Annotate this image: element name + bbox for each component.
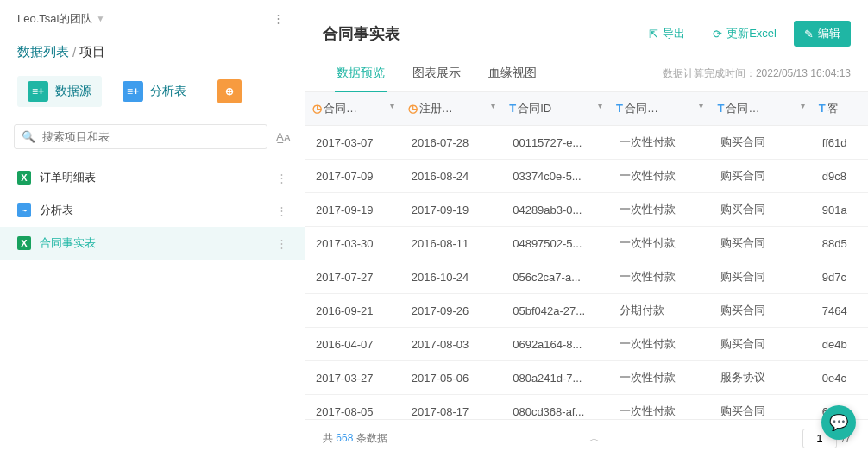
team-selector[interactable]: Leo.Tsai的团队 ▼ [17, 11, 104, 27]
table-cell: 7464 [812, 294, 868, 328]
tab-analysis[interactable]: ≡+ 分析表 [112, 76, 197, 107]
chat-icon: 💬 [829, 413, 848, 432]
table-cell: d9c8 [812, 160, 868, 193]
table-cell: 080a241d-7... [502, 361, 609, 395]
tab-chart-display[interactable]: 图表展示 [399, 55, 475, 91]
main-header: 合同事实表 ⇱ 导出 ⟳ 更新Excel ✎ 编辑 [305, 0, 868, 55]
table-cell: 2016-08-24 [401, 160, 502, 193]
table-cell: 一次性付款 [609, 193, 710, 227]
chevron-down-icon[interactable]: ▾ [598, 101, 602, 110]
breadcrumb-current: 项目 [79, 44, 105, 60]
table-row[interactable]: 2017-07-272016-10-24056c2ca7-a...一次性付款购买… [305, 260, 868, 294]
team-name: Leo.Tsai的团队 [17, 11, 92, 27]
tab-analysis-label: 分析表 [150, 84, 186, 99]
table-cell: ff61d [812, 126, 868, 160]
table-cell: 购买合同 [710, 260, 811, 294]
more-icon[interactable]: ⋮ [276, 204, 287, 217]
main-area: 合同事实表 ⇱ 导出 ⟳ 更新Excel ✎ 编辑 数据预览 图表展示 血缘视图… [305, 0, 868, 457]
table-row[interactable]: 2017-03-302016-08-1104897502-5...一次性付款购买… [305, 227, 868, 260]
list-item[interactable]: X 合同事实表 ⋮ [0, 227, 305, 260]
table-cell: 服务协议 [710, 361, 811, 395]
table-cell: 05bf042a-27... [502, 294, 609, 328]
table-row[interactable]: 2016-04-072017-08-030692a164-8...一次性付款购买… [305, 328, 868, 361]
chat-fab[interactable]: 💬 [821, 405, 856, 440]
table-cell: 购买合同 [710, 126, 811, 160]
column-header[interactable]: T客 [812, 92, 868, 126]
table-cell: 购买合同 [710, 227, 811, 260]
table-cell: 一次性付款 [609, 227, 710, 260]
table-row[interactable]: 2017-03-072016-07-2800115727-e...一次性付款购买… [305, 126, 868, 160]
more-icon[interactable]: ⋮ [276, 237, 287, 250]
list-item[interactable]: X 订单明细表 ⋮ [0, 161, 305, 194]
search-input[interactable] [42, 130, 260, 143]
tab-lineage-view[interactable]: 血缘视图 [475, 55, 550, 91]
breadcrumb-root[interactable]: 数据列表 [17, 44, 69, 60]
column-header[interactable]: T合同…▾ [710, 92, 811, 126]
list-item[interactable]: ~ 分析表 ⋮ [0, 194, 305, 227]
chevron-down-icon[interactable]: ▾ [491, 101, 495, 110]
analysis-icon: ≡+ [123, 81, 143, 102]
table-cell: 03374c0e-5... [502, 160, 609, 193]
table-cell: 2016-08-11 [401, 227, 502, 260]
search-row: 🔍 A̲ᴀ [0, 117, 305, 156]
chevron-down-icon[interactable]: ▾ [801, 101, 805, 110]
more-icon[interactable]: ⋮ [269, 9, 287, 28]
chevron-down-icon: ▼ [96, 14, 104, 23]
chevron-down-icon[interactable]: ▾ [390, 101, 394, 110]
export-label: 导出 [663, 26, 685, 41]
column-header[interactable]: ◷合同…▾ [305, 92, 401, 126]
page-title: 合同事实表 [323, 23, 400, 44]
table-row[interactable]: 2017-07-092016-08-2403374c0e-5...一次性付款购买… [305, 160, 868, 193]
table-cell: 购买合同 [710, 328, 811, 361]
table-cell: 2017-03-30 [305, 227, 401, 260]
tab-other[interactable]: ⊕ [207, 74, 252, 109]
sort-icon[interactable]: A̲ᴀ [276, 130, 291, 143]
timestamp: 2022/05/13 16:04:13 [756, 67, 851, 79]
column-header[interactable]: ◷注册…▾ [401, 92, 502, 126]
breadcrumb: 数据列表 / 项目 [0, 37, 305, 66]
export-button[interactable]: ⇱ 导出 [638, 21, 695, 47]
breadcrumb-divider: / [72, 45, 76, 59]
table-cell: 2017-09-19 [401, 193, 502, 227]
chevron-down-icon[interactable]: ▾ [699, 101, 703, 110]
table-cell: 2017-03-07 [305, 126, 401, 160]
table-cell: 2017-09-19 [305, 193, 401, 227]
tab-datasource[interactable]: ≡+ 数据源 [17, 76, 102, 107]
sidebar: Leo.Tsai的团队 ▼ ⋮ 数据列表 / 项目 ≡+ 数据源 ≡+ 分析表 … [0, 0, 305, 457]
column-header[interactable]: T合同…▾ [609, 92, 710, 126]
expand-up-icon[interactable]: ︿ [589, 431, 600, 446]
file-name: 合同事实表 [40, 235, 96, 251]
export-icon: ⇱ [649, 28, 658, 41]
search-box[interactable]: 🔍 [14, 124, 267, 149]
table-cell: 901a [812, 193, 868, 227]
table-cell: 购买合同 [710, 193, 811, 227]
refresh-excel-button[interactable]: ⟳ 更新Excel [702, 21, 787, 47]
table-cell: 0692a164-8... [502, 328, 609, 361]
table-cell: 2017-07-27 [305, 260, 401, 294]
table-row[interactable]: 2017-09-192017-09-1904289ab3-0...一次性付款购买… [305, 193, 868, 227]
table-cell: 一次性付款 [609, 126, 710, 160]
other-icon: ⊕ [217, 79, 242, 103]
text-type-icon: T [819, 102, 826, 115]
table-row[interactable]: 2016-09-212017-09-2605bf042a-27...分期付款购买… [305, 294, 868, 328]
edit-button[interactable]: ✎ 编辑 [794, 21, 851, 47]
header-actions: ⇱ 导出 ⟳ 更新Excel ✎ 编辑 [638, 21, 851, 47]
file-analysis-icon: ~ [17, 203, 31, 217]
table-cell: 9d7c [812, 260, 868, 294]
table-cell: 分期付款 [609, 294, 710, 328]
column-header[interactable]: T合同ID▾ [502, 92, 609, 126]
table-header-row: ◷合同…▾ ◷注册…▾ T合同ID▾ T合同…▾ T合同…▾ T客 [305, 92, 868, 126]
refresh-label: 更新Excel [726, 26, 777, 41]
table-footer: 共 668 条数据 ︿ /7 [305, 419, 868, 457]
tab-data-preview[interactable]: 数据预览 [323, 55, 399, 91]
table-cell: 2017-05-06 [401, 361, 502, 395]
more-icon[interactable]: ⋮ [276, 172, 287, 185]
text-type-icon: T [616, 102, 623, 115]
table-row[interactable]: 2017-03-272017-05-06080a241d-7...一次性付款服务… [305, 361, 868, 395]
table-cell: 2016-04-07 [305, 328, 401, 361]
tabs-list: 数据预览 图表展示 血缘视图 [323, 55, 550, 91]
tab-datasource-label: 数据源 [55, 84, 91, 99]
category-tabs: ≡+ 数据源 ≡+ 分析表 ⊕ [0, 66, 305, 117]
table-row[interactable]: 2017-08-052017-08-17080cd368-af...一次性付款购… [305, 395, 868, 420]
table-cell: 购买合同 [710, 294, 811, 328]
